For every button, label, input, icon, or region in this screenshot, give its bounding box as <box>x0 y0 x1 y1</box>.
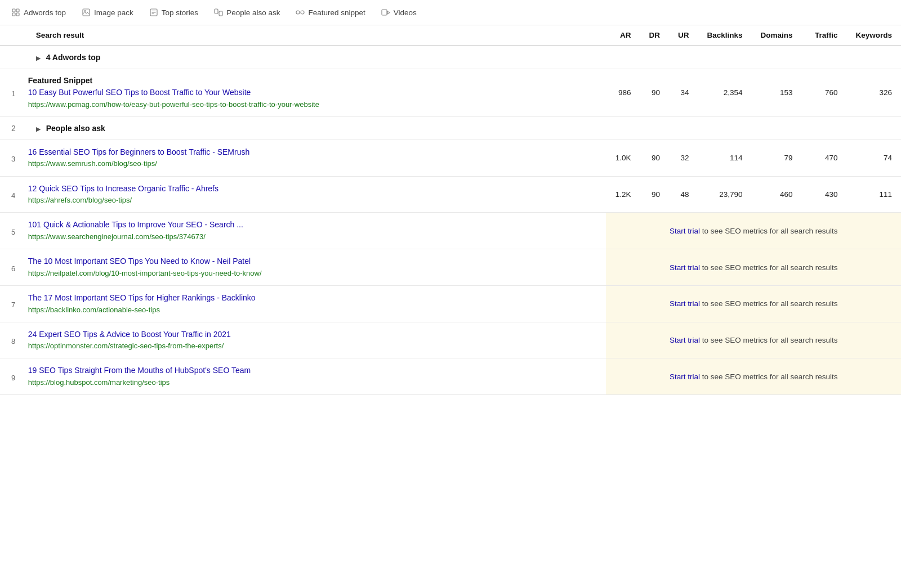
result-url: https://optinmonster.com/strategic-seo-t… <box>28 341 597 351</box>
metric-ur: 48 <box>669 176 698 213</box>
group-adwords-label[interactable]: ▶ 4 Adwords top <box>25 46 901 69</box>
nav-people-also-ask[interactable]: People also ask <box>214 8 280 17</box>
nav-adwords-top[interactable]: Adwords top <box>11 8 66 17</box>
metric-backlinks: 114 <box>698 140 751 176</box>
result-cell-6: The 10 Most Important SEO Tips You Need … <box>25 249 606 286</box>
svg-point-13 <box>301 11 304 14</box>
header-ar: AR <box>606 25 640 46</box>
trial-text: to see SEO metrics for all search result… <box>702 299 838 308</box>
svg-point-12 <box>296 11 300 14</box>
header-ur: UR <box>669 25 698 46</box>
metric-dr: 90 <box>640 140 669 176</box>
nav-adwords-label: Adwords top <box>24 8 66 17</box>
start-trial-link[interactable]: Start trial <box>670 299 700 308</box>
group-adwords: ▶ 4 Adwords top <box>0 46 901 69</box>
result-title-link[interactable]: The 17 Most Important SEO Tips for Highe… <box>28 293 597 304</box>
table-row-3: 3 16 Essential SEO Tips for Beginners to… <box>0 140 901 176</box>
result-url: https://www.semrush.com/blog/seo-tips/ <box>28 159 597 169</box>
metric-ar: 986 <box>606 69 640 117</box>
metric-keywords: 326 <box>846 69 901 117</box>
row-num-4: 4 <box>0 176 25 213</box>
start-trial-link[interactable]: Start trial <box>670 263 700 272</box>
trial-text: to see SEO metrics for all search result… <box>702 263 838 272</box>
header-num <box>0 25 25 46</box>
header-keywords: Keywords <box>846 25 901 46</box>
nav-featured-snippet[interactable]: Featured snippet <box>296 8 365 17</box>
trial-cell-6: Start trial to see SEO metrics for all s… <box>606 249 901 286</box>
header-domains: Domains <box>751 25 801 46</box>
metric-dr: 90 <box>640 176 669 213</box>
row-num-6: 6 <box>0 249 25 286</box>
group-label-cell[interactable]: ▶ People also ask <box>25 116 901 140</box>
result-title-link[interactable]: 10 Easy But Powerful SEO Tips to Boost T… <box>28 87 597 98</box>
result-url: https://blog.hubspot.com/marketing/seo-t… <box>28 378 597 388</box>
video-icon <box>381 8 390 17</box>
result-title-link[interactable]: 16 Essential SEO Tips for Beginners to B… <box>28 147 597 158</box>
image-icon <box>82 8 91 17</box>
result-cell-9: 19 SEO Tips Straight From the Mouths of … <box>25 358 606 395</box>
paa-icon <box>214 8 223 17</box>
result-cell-3: 16 Essential SEO Tips for Beginners to B… <box>25 140 606 176</box>
row-num-2: 2 <box>0 116 25 140</box>
start-trial-link[interactable]: Start trial <box>670 227 700 235</box>
metric-traffic: 430 <box>801 176 846 213</box>
result-url: https://www.pcmag.com/how-to/easy-but-po… <box>28 100 597 110</box>
svg-rect-14 <box>382 10 387 15</box>
svg-rect-10 <box>215 9 218 14</box>
svg-rect-0 <box>12 9 15 12</box>
row-num-9: 9 <box>0 358 25 395</box>
row-featured-snippet: 1 Featured Snippet 10 Easy But Powerful … <box>0 69 901 117</box>
expand-arrow-icon: ▶ <box>36 125 41 132</box>
start-trial-link[interactable]: Start trial <box>670 336 700 344</box>
nav-image-pack[interactable]: Image pack <box>82 8 133 17</box>
header-dr: DR <box>640 25 669 46</box>
row-num-1: 1 <box>0 69 25 117</box>
result-url: https://neilpatel.com/blog/10-most-impor… <box>28 268 597 279</box>
adwords-icon <box>11 8 20 17</box>
result-cell-featured: Featured Snippet 10 Easy But Powerful SE… <box>25 69 606 117</box>
group-row-2: 2 ▶ People also ask <box>0 116 901 140</box>
trial-text: to see SEO metrics for all search result… <box>702 372 838 381</box>
expand-arrow-icon: ▶ <box>36 55 41 61</box>
trial-text: to see SEO metrics for all search result… <box>702 336 838 344</box>
result-title-link[interactable]: 19 SEO Tips Straight From the Mouths of … <box>28 365 597 376</box>
svg-rect-2 <box>12 13 15 16</box>
table-row-trial-7: 7 The 17 Most Important SEO Tips for Hig… <box>0 285 901 322</box>
svg-rect-4 <box>83 9 90 16</box>
snippet-icon <box>296 8 305 17</box>
nav-paa-label: People also ask <box>226 8 280 17</box>
result-title-link[interactable]: 24 Expert SEO Tips & Advice to Boost You… <box>28 329 597 340</box>
top-nav: Adwords top Image pack Top stories <box>0 0 901 25</box>
table-row-trial-6: 6 The 10 Most Important SEO Tips You Nee… <box>0 249 901 286</box>
trial-cell-8: Start trial to see SEO metrics for all s… <box>606 322 901 358</box>
metric-domains: 79 <box>751 140 801 176</box>
header-backlinks: Backlinks <box>698 25 751 46</box>
svg-rect-3 <box>16 13 19 16</box>
trial-text: to see SEO metrics for all search result… <box>702 227 838 235</box>
nav-top-stories[interactable]: Top stories <box>149 8 198 17</box>
start-trial-link[interactable]: Start trial <box>670 372 700 381</box>
stories-icon <box>149 8 158 17</box>
table-header: Search result AR DR UR Backlinks Domains… <box>0 25 901 46</box>
result-cell-7: The 17 Most Important SEO Tips for Highe… <box>25 285 606 322</box>
featured-snippet-label: Featured Snippet <box>28 76 597 85</box>
nav-videos-label: Videos <box>394 8 417 17</box>
metric-domains: 153 <box>751 69 801 117</box>
row-num-5: 5 <box>0 213 25 249</box>
result-title-link[interactable]: 12 Quick SEO Tips to Increase Organic Tr… <box>28 183 597 195</box>
result-title-link[interactable]: The 10 Most Important SEO Tips You Need … <box>28 256 597 267</box>
table-row-trial-8: 8 24 Expert SEO Tips & Advice to Boost Y… <box>0 322 901 358</box>
table-row-trial-9: 9 19 SEO Tips Straight From the Mouths o… <box>0 358 901 395</box>
metric-backlinks: 2,354 <box>698 69 751 117</box>
metric-domains: 460 <box>751 176 801 213</box>
metric-ur: 32 <box>669 140 698 176</box>
trial-cell-5: Start trial to see SEO metrics for all s… <box>606 213 901 249</box>
row-num-7: 7 <box>0 285 25 322</box>
trial-cell-7: Start trial to see SEO metrics for all s… <box>606 285 901 322</box>
metric-ar: 1.0K <box>606 140 640 176</box>
result-title-link[interactable]: 101 Quick & Actionable Tips to Improve Y… <box>28 219 597 231</box>
nav-image-label: Image pack <box>94 8 133 17</box>
row-num-8: 8 <box>0 322 25 358</box>
result-cell-8: 24 Expert SEO Tips & Advice to Boost You… <box>25 322 606 358</box>
nav-videos[interactable]: Videos <box>381 8 417 17</box>
